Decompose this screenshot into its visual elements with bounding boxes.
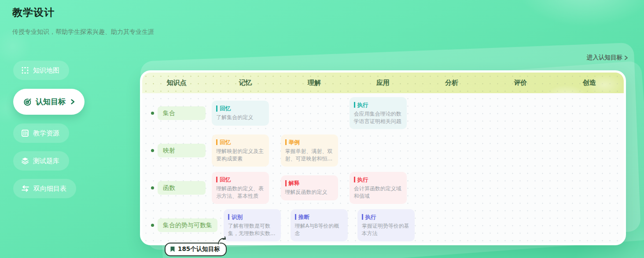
- chevron-right-icon: [70, 99, 75, 105]
- knowledge-point-pill[interactable]: 集合: [158, 106, 206, 120]
- sidebar-item-label: 认知目标: [36, 97, 66, 107]
- goal-tag: 推断: [295, 214, 309, 220]
- goal-description: 掌握证明势等价的基本方法: [362, 222, 410, 238]
- column-header-create: 创造: [555, 79, 624, 87]
- sidebar: 知识地图 认知目标 教学资源 测试题库: [13, 61, 97, 207]
- bookmark-icon: [170, 246, 175, 252]
- goal-card[interactable]: 推断 理解A与B等价的概念: [291, 209, 348, 242]
- sidebar-item-knowledge-map[interactable]: 知识地图: [13, 61, 69, 80]
- badge-tail-swoosh: [218, 236, 228, 245]
- matrix-body: 集合 回忆 了解集合的定义 执行 会应用集合理论的数学语言证明相关问题 映射 回…: [142, 93, 624, 245]
- bullet-dot-icon: [151, 186, 154, 189]
- bullet-dot-icon: [151, 149, 154, 152]
- bullet-dot-icon: [151, 224, 154, 227]
- goal-description: 掌握单射、满射、双射、可逆映射和恒...: [285, 148, 334, 163]
- knowledge-point-pill[interactable]: 集合的势与可数集: [158, 218, 217, 232]
- goal-tag: 回忆: [216, 177, 231, 183]
- knowledge-point-pill[interactable]: 函数: [158, 181, 206, 195]
- goal-card[interactable]: 回忆 理解函数的定义、表示方法、基本性质: [212, 172, 269, 204]
- column-header-evaluate: 评价: [486, 79, 555, 87]
- goal-card[interactable]: 执行 掌握证明势等价的基本方法: [357, 209, 415, 242]
- sidebar-item-label: 测试题库: [33, 157, 59, 165]
- goal-description: 理解A与B等价的概念: [295, 222, 343, 238]
- sidebar-item-label: 教学资源: [33, 129, 59, 138]
- table-row: 函数 回忆 理解函数的定义、表示方法、基本性质 解释 理解反函数的定义 执行 会…: [142, 169, 624, 207]
- sidebar-item-two-way-table[interactable]: 双向细目表: [13, 179, 76, 198]
- page-subtitle: 传授专业知识，帮助学生探索兴趣、助力其专业生涯: [12, 28, 154, 36]
- matrix-header-row: 知识点 记忆 理解 应用 分析 评价 创造: [142, 73, 624, 93]
- cognitive-goals-matrix-panel: 知识点 记忆 理解 应用 分析 评价 创造 集合 回忆 了解集合的定义 执行 会…: [140, 70, 626, 245]
- goal-description: 了解集合的定义: [216, 114, 265, 121]
- goal-tag: 执行: [362, 214, 376, 220]
- table-row: 集合 回忆 了解集合的定义 执行 会应用集合理论的数学语言证明相关问题: [142, 94, 624, 132]
- goal-card[interactable]: 举例 掌握单射、满射、双射、可逆映射和恒...: [281, 134, 338, 167]
- goal-tag: 执行: [354, 102, 368, 108]
- knowledge-point-cell: 集合: [142, 106, 211, 120]
- goal-description: 会应用集合理论的数学语言证明相关问题: [354, 110, 402, 126]
- sidebar-item-question-bank[interactable]: 测试题库: [13, 151, 69, 171]
- column-header-remember: 记忆: [211, 79, 280, 87]
- goal-description: 理解函数的定义、表示方法、基本性质: [216, 185, 265, 200]
- sidebar-item-label: 知识地图: [33, 66, 59, 75]
- goal-description: 会计算函数的定义域和值域: [354, 185, 402, 200]
- column-header-understand: 理解: [280, 79, 349, 87]
- two-way-table-icon: [21, 185, 29, 192]
- sidebar-item-label: 双向细目表: [33, 185, 66, 193]
- sidebar-item-teaching-resources[interactable]: 教学资源: [13, 124, 69, 143]
- goal-tag: 回忆: [216, 139, 231, 145]
- goal-tag: 识别: [228, 214, 243, 220]
- goal-card[interactable]: 回忆 理解映射的定义及主要构成要素: [212, 134, 269, 167]
- knowledge-point-cell: 函数: [142, 181, 211, 195]
- question-bank-icon: [21, 157, 29, 165]
- page-title: 教学设计: [12, 6, 55, 19]
- bullet-dot-icon: [151, 112, 154, 115]
- table-row: 集合的势与可数集 识别 了解有理数是可数集，无理数和实数... 推断 理解A与B…: [142, 207, 624, 244]
- goal-tag: 举例: [285, 139, 300, 145]
- goal-card[interactable]: 回忆 了解集合的定义: [212, 101, 269, 125]
- column-header-apply: 应用: [349, 79, 417, 87]
- knowledge-point-cell: 集合的势与可数集: [142, 218, 223, 232]
- goal-card[interactable]: 解释 理解反函数的定义: [281, 175, 338, 200]
- cognitive-goals-count-badge[interactable]: 185个认知目标: [165, 243, 227, 256]
- badge-label: 185个认知目标: [178, 245, 220, 253]
- goal-tag: 解释: [285, 180, 300, 186]
- knowledge-point-pill[interactable]: 映射: [158, 144, 206, 157]
- knowledge-point-cell: 映射: [142, 144, 211, 157]
- sidebar-item-cognitive-goals[interactable]: 认知目标: [13, 89, 85, 115]
- goal-description: 理解反函数的定义: [285, 189, 334, 196]
- goal-card[interactable]: 执行 会计算函数的定义域和值域: [350, 172, 407, 204]
- column-header-analyze: 分析: [417, 79, 486, 87]
- column-header-knowledge-point: 知识点: [142, 79, 211, 87]
- target-icon: [23, 98, 32, 106]
- table-row: 映射 回忆 理解映射的定义及主要构成要素 举例 掌握单射、满射、双射、可逆映射和…: [142, 132, 624, 169]
- goal-tag: 执行: [354, 177, 368, 183]
- resources-icon: [21, 129, 29, 137]
- goal-card[interactable]: 执行 会应用集合理论的数学语言证明相关问题: [350, 97, 407, 130]
- goal-description: 了解有理数是可数集，无理数和实数...: [228, 222, 276, 238]
- knowledge-map-icon: [21, 66, 29, 74]
- goal-card[interactable]: 识别 了解有理数是可数集，无理数和实数...: [224, 209, 281, 242]
- goal-tag: 回忆: [216, 105, 231, 112]
- goal-description: 理解映射的定义及主要构成要素: [216, 148, 265, 163]
